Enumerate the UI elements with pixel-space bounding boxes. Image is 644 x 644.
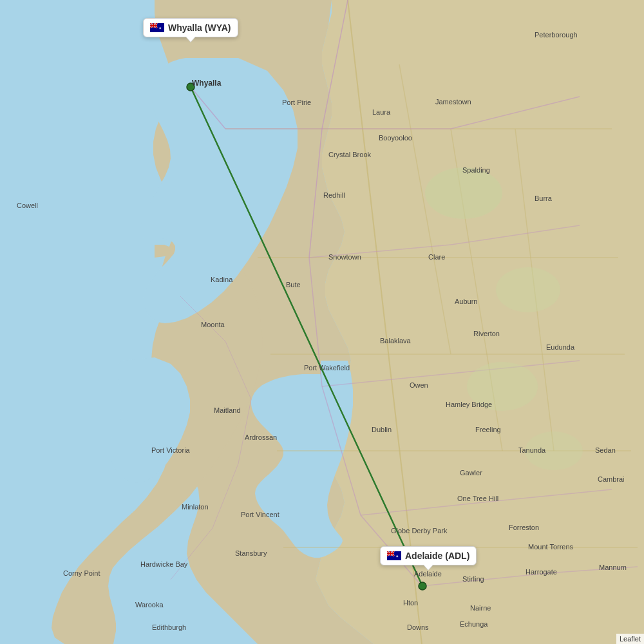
svg-point-41 xyxy=(525,431,583,470)
svg-point-40 xyxy=(467,362,538,411)
svg-point-44 xyxy=(419,582,426,590)
map-container: Peterborough Port Pirie Laura Jamestown … xyxy=(0,0,644,644)
map-svg xyxy=(0,0,644,644)
map-attribution: Leaflet xyxy=(616,634,644,644)
svg-point-38 xyxy=(425,167,502,219)
svg-point-43 xyxy=(187,83,194,91)
svg-point-39 xyxy=(496,267,560,312)
